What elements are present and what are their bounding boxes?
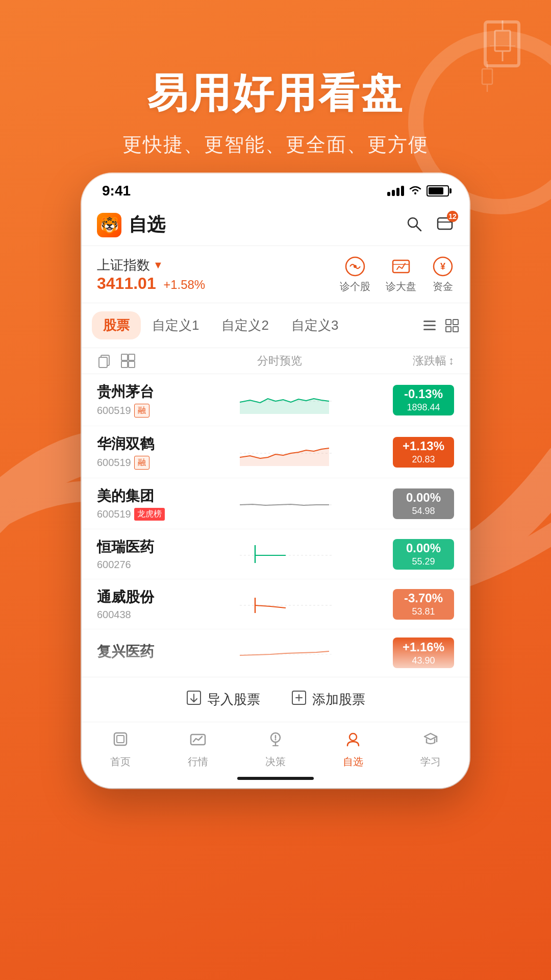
home-icon (112, 730, 129, 752)
stock-name: 恒瑞医药 (97, 537, 179, 557)
decision-icon (267, 730, 284, 752)
stock-chart (189, 589, 383, 620)
header-section: 易用好用看盘 更快捷、更智能、更全面、更方便 (0, 0, 551, 158)
nav-watchlist[interactable]: 自选 (328, 730, 379, 769)
search-button[interactable] (405, 215, 423, 235)
svg-rect-23 (446, 327, 451, 332)
index-change: +1.58% (163, 278, 205, 291)
layout-icon[interactable] (120, 353, 136, 369)
stock-row[interactable]: 华润双鹤 600519 融 +1.13 (82, 426, 469, 478)
app-logo-tiger: 🐯 (100, 216, 119, 234)
notification-badge: 12 (447, 211, 458, 222)
tabs-more (422, 318, 459, 333)
diagnose-stock-icon (344, 255, 366, 278)
phone-wrapper: 9:41 (82, 174, 469, 788)
preview-label: 分时预览 (146, 353, 413, 369)
tabs-bar: 股票 自定义1 自定义2 自定义3 (82, 303, 469, 348)
add-icon (291, 690, 307, 709)
stock-change-btn[interactable]: -0.13% 1898.44 (393, 385, 454, 415)
diagnose-stock-label: 诊个股 (340, 280, 370, 293)
stock-change-btn[interactable]: 0.00% 55.29 (393, 539, 454, 570)
stock-code: 600519 融 (97, 456, 179, 470)
diagnose-market-button[interactable]: 诊大盘 (386, 255, 416, 293)
status-time: 9:41 (102, 183, 131, 199)
diagnose-stock-button[interactable]: 诊个股 (340, 255, 370, 293)
stock-name: 复兴医药 (97, 642, 179, 662)
import-label: 导入股票 (207, 691, 260, 708)
nav-decision-label: 决策 (265, 755, 286, 769)
add-stocks-button[interactable]: 添加股票 (291, 690, 365, 709)
stock-name: 美的集团 (97, 486, 179, 506)
svg-rect-29 (121, 361, 128, 368)
change-label-header[interactable]: 涨跌幅 ↕ (413, 353, 454, 369)
tab-custom2[interactable]: 自定义2 (210, 311, 280, 339)
stock-change-btn[interactable]: +1.13% 20.83 (393, 437, 454, 468)
capital-icon: ¥ (432, 255, 454, 278)
stock-row[interactable]: 复兴医药 +1.16% 43.90 (82, 629, 469, 677)
stock-name: 华润双鹤 (97, 434, 179, 454)
stock-list: 贵州茅台 600519 融 -0.13 (82, 374, 469, 677)
stock-info: 恒瑞医药 600276 (97, 537, 179, 571)
app-header: 🐯 自选 12 (82, 204, 469, 246)
tabs-overflow-icon[interactable] (422, 318, 437, 333)
list-header: 分时预览 涨跌幅 ↕ (82, 348, 469, 374)
stock-change-btn[interactable]: +1.16% 43.90 (393, 638, 454, 668)
phone-inner: 9:41 (82, 174, 469, 788)
stock-info: 华润双鹤 600519 融 (97, 434, 179, 470)
svg-rect-28 (129, 354, 135, 360)
quick-actions: 诊个股 诊大盘 (340, 255, 454, 293)
stock-change-btn[interactable]: -3.70% 53.81 (393, 589, 454, 620)
nav-home[interactable]: 首页 (95, 730, 146, 769)
app-title: 自选 (129, 212, 405, 237)
capital-button[interactable]: ¥ 资金 (432, 255, 454, 293)
index-values: 3411.01 +1.58% (97, 274, 340, 293)
bottom-nav: 首页 行情 (82, 722, 469, 773)
stock-info: 复兴医药 (97, 642, 179, 664)
stock-info: 贵州茅台 600519 融 (97, 382, 179, 418)
index-dropdown-icon: ▼ (153, 259, 163, 271)
stock-row[interactable]: 美的集团 600519 龙虎榜 0.00% (82, 478, 469, 529)
tabs-grid-icon[interactable] (445, 318, 459, 333)
copy-icon[interactable] (97, 353, 112, 369)
tab-stocks[interactable]: 股票 (92, 311, 141, 339)
diagnose-market-icon (390, 255, 412, 278)
capital-label: 资金 (433, 280, 453, 293)
nav-learn[interactable]: 学习 (405, 730, 456, 769)
index-value: 3411.01 (97, 274, 156, 292)
svg-rect-45 (117, 736, 124, 743)
stock-chart (189, 539, 383, 570)
stock-code: 600438 (97, 609, 179, 621)
status-bar: 9:41 (82, 174, 469, 204)
tab-custom3[interactable]: 自定义3 (280, 311, 349, 339)
stock-row[interactable]: 恒瑞医药 600276 0.00% 55. (82, 529, 469, 579)
phone-frame: 9:41 (82, 174, 469, 788)
nav-watchlist-label: 自选 (343, 755, 363, 769)
diagnose-market-label: 诊大盘 (386, 280, 416, 293)
svg-text:¥: ¥ (440, 261, 445, 272)
stock-change-btn[interactable]: 0.00% 54.98 (393, 488, 454, 519)
stock-row[interactable]: 通威股份 600438 -3.70% 53 (82, 579, 469, 629)
nav-market-label: 行情 (188, 755, 208, 769)
main-title: 易用好用看盘 (0, 66, 551, 121)
stock-row[interactable]: 贵州茅台 600519 融 -0.13 (82, 374, 469, 426)
app-logo: 🐯 (97, 213, 121, 237)
import-icon (186, 690, 202, 709)
nav-market[interactable]: 行情 (172, 730, 223, 769)
svg-rect-19 (423, 325, 436, 326)
learn-icon (422, 730, 439, 752)
svg-rect-21 (446, 320, 451, 325)
nav-decision[interactable]: 决策 (250, 730, 301, 769)
import-stocks-button[interactable]: 导入股票 (186, 690, 260, 709)
stock-info: 美的集团 600519 龙虎榜 (97, 486, 179, 521)
notification-button[interactable]: 12 (436, 215, 454, 235)
nav-learn-label: 学习 (420, 755, 441, 769)
home-indicator (82, 773, 469, 788)
stock-code: 600519 融 (97, 404, 179, 418)
tab-custom1[interactable]: 自定义1 (141, 311, 210, 339)
stock-info: 通威股份 600438 (97, 587, 179, 621)
svg-line-9 (416, 226, 421, 231)
list-header-actions (97, 353, 136, 369)
wifi-icon (408, 184, 422, 198)
index-name[interactable]: 上证指数 ▼ (97, 256, 340, 274)
signal-icon (387, 186, 404, 196)
